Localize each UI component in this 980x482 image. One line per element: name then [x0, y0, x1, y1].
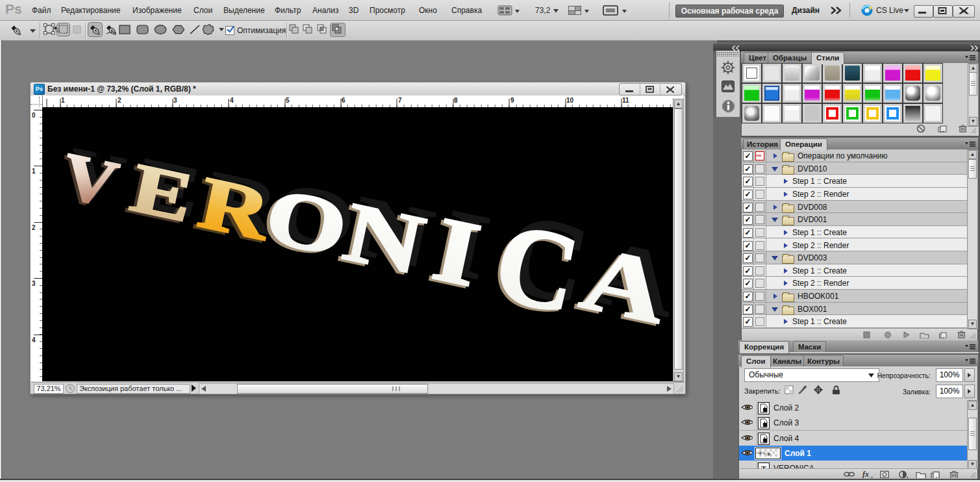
svg-text:✦✧∗: ✦✧∗ [758, 450, 772, 457]
svg-text:fx: fx [862, 470, 869, 478]
